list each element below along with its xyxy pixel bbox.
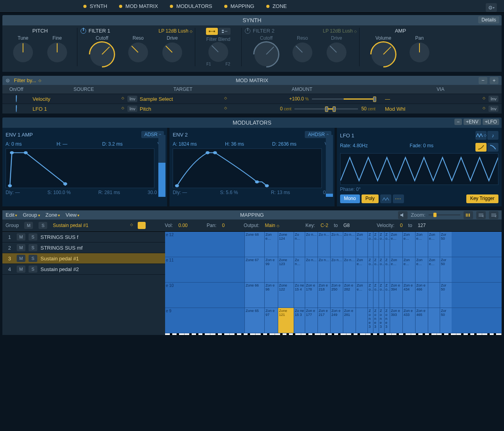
zone-cell[interactable]: Zon e… <box>390 257 402 282</box>
zone-cell[interactable]: Zo n… <box>330 257 343 282</box>
zone-cell[interactable]: Z o… <box>367 232 373 257</box>
env1-vel-slider[interactable] <box>158 135 165 197</box>
filter-serial-icon[interactable] <box>206 28 218 35</box>
zone-cell[interactable]: Zo ne 15 4 <box>294 283 305 308</box>
mute-button[interactable]: M <box>17 233 25 241</box>
group-solo-button[interactable]: S <box>38 222 47 229</box>
lfo-fadeout-icon[interactable] <box>487 143 498 152</box>
amount-slider[interactable] <box>312 98 375 100</box>
lfo-keytrigger-button[interactable]: Key Trigger <box>466 194 498 203</box>
target-select[interactable]: Sample Select◇ <box>137 96 229 102</box>
keyboard[interactable] <box>165 333 502 335</box>
lfo-mono-button[interactable]: Mono <box>340 194 360 203</box>
zone-cell[interactable]: Z o n e 3 <box>384 308 390 333</box>
zone-cell[interactable]: Zor 50 <box>440 308 452 333</box>
group-row[interactable]: 1MSSTRINGS SUS f <box>2 232 165 242</box>
remove-row-button[interactable]: − <box>479 77 487 84</box>
filter1-type-select[interactable]: LP 12dB Lush ◇ <box>158 28 192 34</box>
lfo-wave-select[interactable]: ◇ <box>475 131 487 140</box>
via-select[interactable]: Mod Whl◇ <box>383 106 487 112</box>
group-row[interactable]: 3MSSustain pedal #1 <box>2 253 165 264</box>
zone-cell[interactable]: Z o… <box>373 232 379 257</box>
mute-button[interactable]: M <box>17 244 25 251</box>
tab-modulators[interactable]: MODULATORS <box>170 3 212 9</box>
zone-cell[interactable]: Zon e… <box>428 257 440 282</box>
zone-cell[interactable]: Z o… <box>367 257 373 282</box>
speaker-icon[interactable] <box>398 211 408 219</box>
mute-button[interactable]: M <box>17 255 25 262</box>
filter2-power-icon[interactable] <box>245 28 250 34</box>
zone-cell[interactable]: Zone 66 <box>244 283 264 308</box>
zoom-slider[interactable] <box>429 214 460 216</box>
zone-cell[interactable]: Zon e 434 <box>402 283 415 308</box>
mute-button[interactable]: M <box>17 266 25 273</box>
env1-decay[interactable]: D: 3.2 ms <box>102 141 123 147</box>
solo-button[interactable]: S <box>29 233 37 241</box>
zone-cell[interactable]: Zo n… <box>343 257 356 282</box>
output-select[interactable]: Main ◇ <box>265 223 278 228</box>
row-power-icon[interactable] <box>16 96 17 102</box>
zone-cell[interactable]: Zo n… <box>343 232 356 257</box>
env1-graph[interactable] <box>6 148 154 188</box>
zone-cell[interactable]: Zon e… <box>415 232 428 257</box>
zone-cell[interactable]: Z o n e 3 <box>379 308 384 333</box>
filter-icon[interactable]: ⊜ <box>6 77 10 83</box>
zone-cell[interactable]: Zon e… <box>402 257 415 282</box>
zone-cell[interactable]: Zone 123 <box>278 257 294 282</box>
filter2-type-select[interactable]: LP 12dB Lush ◇ <box>323 28 356 34</box>
group-row[interactable]: 2MSSTRINGS SUS mf <box>2 242 165 253</box>
zone-cell[interactable]: Z o… <box>384 257 390 282</box>
zone-cell[interactable]: Zor 50 <box>440 232 452 257</box>
amount-value[interactable]: 0 cent <box>280 106 291 112</box>
zone-cell[interactable]: Z o n e 3 <box>373 308 379 333</box>
zone-cell[interactable]: Zon e 177 <box>305 308 317 333</box>
zone-cell[interactable]: Zon e… <box>264 232 278 257</box>
filter-parallel-icon[interactable] <box>219 28 231 35</box>
zone-cell[interactable]: Zo n… <box>317 232 330 257</box>
zone-cell[interactable]: Zone 122 <box>278 283 294 308</box>
zone-cell[interactable]: Zon e… <box>356 257 367 282</box>
solo-button[interactable]: S <box>29 266 37 273</box>
env2-delay[interactable]: Dly: — <box>173 190 187 195</box>
zone-cell[interactable]: Zon e 393 <box>390 308 402 333</box>
add-env-button[interactable]: +ENV <box>464 119 481 125</box>
zone-cell[interactable]: Z o… <box>384 283 390 308</box>
add-lfo-button[interactable]: +LFO <box>483 119 499 125</box>
zone-cell[interactable]: Zon e 282 <box>343 283 356 308</box>
target-select[interactable]: Pitch◇ <box>137 106 229 112</box>
solo-button[interactable]: S <box>29 244 37 251</box>
zone-cell[interactable]: Zone 121 <box>278 308 294 333</box>
amount-value[interactable]: +100.0 % <box>289 96 309 102</box>
view-bars-icon[interactable] <box>464 211 473 219</box>
zone-cell[interactable]: Zone 124 <box>278 232 294 257</box>
view-z-icon[interactable]: Z <box>489 211 498 219</box>
lfo-fadein-icon[interactable] <box>475 143 487 152</box>
zone-menu[interactable]: Zone▾ <box>46 212 60 218</box>
env1-hold[interactable]: H: — <box>56 141 67 147</box>
amount-slider[interactable] <box>294 108 358 110</box>
zone-cell[interactable]: Zon e 97 <box>264 308 278 333</box>
lfo-poly-button[interactable]: Poly <box>362 194 379 203</box>
key-hi[interactable]: G8 <box>343 223 350 228</box>
zone-cell[interactable]: Zon e 178 <box>305 283 317 308</box>
zone-cell[interactable] <box>356 308 367 333</box>
inv-button[interactable]: Inv <box>489 106 498 112</box>
lfo-graph[interactable] <box>340 153 498 185</box>
env2-hold[interactable]: H: 36 ms <box>225 141 244 147</box>
via-select[interactable]: —◇ <box>383 96 487 102</box>
pan-knob[interactable] <box>410 42 429 62</box>
lfo-env1-icon[interactable] <box>380 194 391 203</box>
group-name-select[interactable]: Sustain pedal #1◇ <box>53 223 132 228</box>
row-power-icon[interactable] <box>16 106 17 112</box>
zone-cell[interactable]: Zon e 394 <box>390 283 402 308</box>
zone-cell[interactable]: Z o… <box>373 283 379 308</box>
zone-cell[interactable]: Zo n… <box>294 257 305 282</box>
env2-release[interactable]: R: 13 ms <box>271 190 290 195</box>
vol-value[interactable]: 0.00 <box>178 223 187 228</box>
volume-knob[interactable] <box>371 42 395 66</box>
f2-drive-knob[interactable] <box>327 42 346 62</box>
source-select[interactable]: Velocity◇ <box>30 96 126 102</box>
zone-cell[interactable]: Zon e… <box>356 283 367 308</box>
zone-cell[interactable]: Zon e 281 <box>343 308 356 333</box>
zone-cell[interactable]: Zon e… <box>415 257 428 282</box>
